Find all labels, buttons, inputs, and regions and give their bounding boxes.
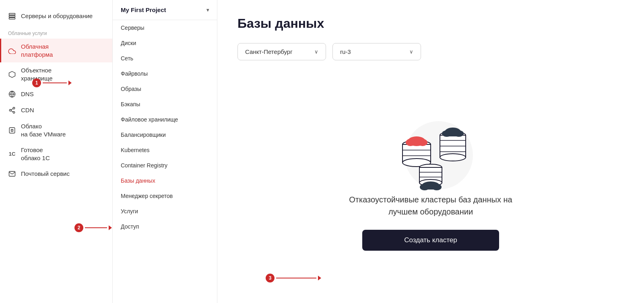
sidebar-label-vmware: Облакона базе VMware — [21, 122, 66, 138]
mail-icon — [8, 170, 16, 178]
zone-chevron-icon: ∨ — [409, 49, 413, 55]
sidebar-item-servers-hardware[interactable]: Серверы и оборудование — [0, 8, 112, 24]
svg-rect-34 — [446, 133, 460, 136]
sidebar-label-dns: DNS — [21, 90, 34, 98]
zone-filter[interactable]: ru-3 ∨ — [332, 43, 421, 60]
svg-point-11 — [13, 111, 15, 113]
project-name: My First Project — [121, 6, 166, 13]
svg-line-12 — [11, 111, 13, 112]
svg-point-9 — [13, 107, 15, 109]
nav-item-access[interactable]: Доступ — [113, 219, 217, 234]
sidebar-item-dns[interactable]: DNS — [0, 86, 112, 102]
svg-point-10 — [9, 109, 11, 111]
sidebar-label-mail: Почтовый сервис — [21, 170, 70, 178]
chevron-down-icon: ▾ — [206, 7, 209, 13]
sidebar-label-1c: Готовоеоблако 1С — [21, 146, 50, 162]
sidebar-item-mail[interactable]: Почтовый сервис — [0, 166, 112, 182]
svg-rect-0 — [9, 13, 15, 15]
city-filter-label: Санкт-Петербург — [245, 48, 293, 55]
sidebar-label-object-storage: Объектноехранилище — [21, 66, 53, 82]
main-content: Базы данных Санкт-Петербург ∨ ru-3 ∨ — [217, 0, 644, 303]
middle-panel: My First Project ▾ Серверы Диски Сеть Фа… — [113, 0, 217, 303]
sidebar-item-1c[interactable]: 1С Готовоеоблако 1С — [0, 142, 112, 166]
svg-rect-2 — [9, 18, 15, 19]
sidebar-item-vmware[interactable]: Облакона базе VMware — [0, 118, 112, 142]
city-filter[interactable]: Санкт-Петербург ∨ — [237, 43, 326, 60]
svg-rect-14 — [9, 128, 15, 133]
sidebar-item-cloud-platform[interactable]: Облачнаяплатформа — [0, 39, 112, 62]
svg-rect-24 — [410, 142, 423, 145]
server-icon — [8, 12, 16, 20]
svg-marker-6 — [9, 71, 15, 77]
nav-item-balancers[interactable]: Балансировщики — [113, 127, 217, 142]
vmware-icon — [8, 126, 16, 134]
filters-row: Санкт-Петербург ∨ ru-3 ∨ — [237, 43, 624, 60]
empty-state: Отказоустойчивые кластеры баз данных на … — [237, 76, 624, 287]
sidebar-section-cloud: Облачные услуги — [0, 24, 112, 39]
sidebar-item-cdn[interactable]: CDN — [0, 102, 112, 118]
sidebar-item-object-storage[interactable]: Объектноехранилище — [0, 62, 112, 86]
nav-item-file-storage[interactable]: Файловое хранилище — [113, 112, 217, 127]
nav-item-disks[interactable]: Диски — [113, 35, 217, 51]
nav-item-network[interactable]: Сеть — [113, 51, 217, 66]
project-selector[interactable]: My First Project ▾ — [113, 0, 217, 20]
database-illustration — [378, 113, 483, 194]
create-cluster-button[interactable]: Создать кластер — [362, 230, 499, 251]
nav-item-databases[interactable]: Базы данных — [113, 173, 217, 188]
nav-item-secrets[interactable]: Менеджер секретов — [113, 188, 217, 204]
nav-item-servers[interactable]: Серверы — [113, 20, 217, 35]
middle-nav: Серверы Диски Сеть Файрволы Образы Бэкап… — [113, 20, 217, 234]
nav-item-services[interactable]: Услуги — [113, 204, 217, 219]
svg-rect-43 — [424, 187, 438, 190]
globe-icon — [8, 90, 16, 98]
city-chevron-icon: ∨ — [314, 49, 318, 55]
nav-item-container-registry[interactable]: Container Registry — [113, 158, 217, 173]
svg-rect-1 — [9, 16, 15, 17]
hexagon-icon — [8, 70, 16, 78]
nav-item-images[interactable]: Образы — [113, 81, 217, 97]
svg-point-27 — [440, 154, 466, 161]
svg-line-13 — [11, 109, 13, 110]
empty-state-description: Отказоустойчивые кластеры баз данных на … — [346, 194, 515, 218]
page-title: Базы данных — [237, 16, 624, 31]
zone-filter-label: ru-3 — [340, 48, 351, 55]
nav-item-kubernetes[interactable]: Kubernetes — [113, 142, 217, 158]
sidebar: Серверы и оборудование Облачные услуги О… — [0, 0, 113, 303]
share-icon — [8, 106, 16, 114]
1c-icon: 1С — [8, 150, 16, 158]
sidebar-label-servers-hardware: Серверы и оборудование — [21, 12, 93, 20]
nav-item-backups[interactable]: Бэкапы — [113, 97, 217, 112]
sidebar-label-cdn: CDN — [21, 106, 34, 114]
cloud-icon — [8, 47, 16, 55]
sidebar-label-cloud-platform: Облачнаяплатформа — [21, 43, 53, 58]
nav-item-firewalls[interactable]: Файрволы — [113, 66, 217, 81]
